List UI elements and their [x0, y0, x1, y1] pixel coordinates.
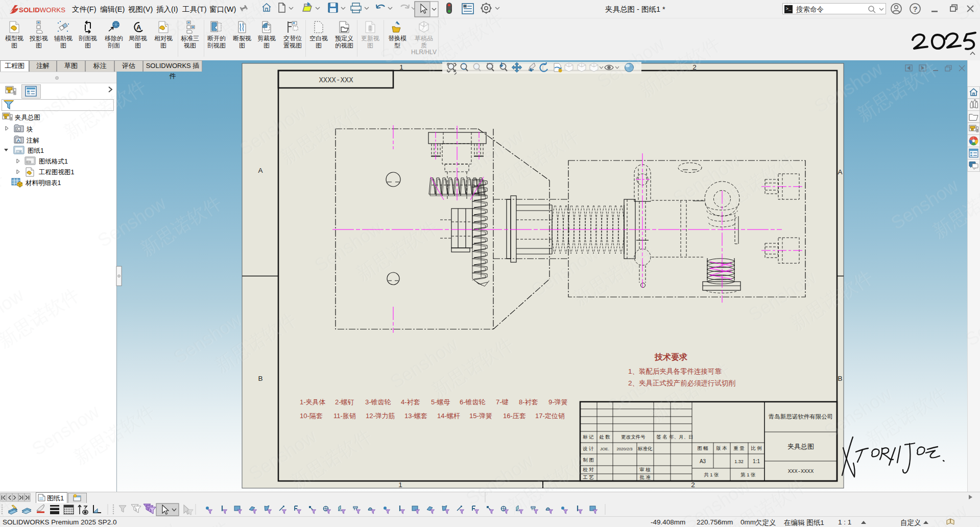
svg-text:?: ? — [913, 5, 918, 13]
svg-text:A: A — [136, 24, 141, 31]
svg-text:SOLIDWORKS: SOLIDWORKS — [19, 6, 65, 14]
svg-text:A: A — [17, 138, 20, 143]
